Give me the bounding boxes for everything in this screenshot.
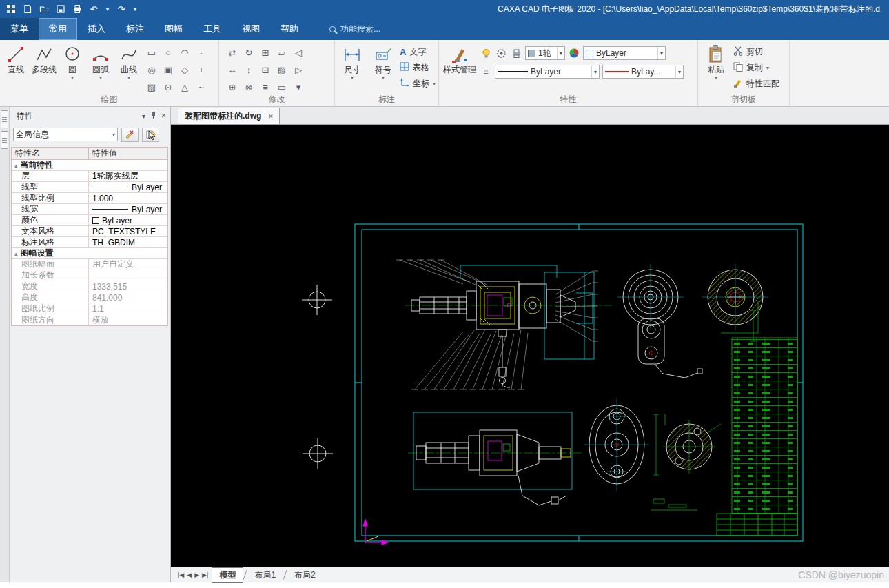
tab-menu[interactable]: 菜单: [0, 18, 39, 40]
cut-button[interactable]: 剪切: [733, 45, 779, 58]
plus-tool-icon[interactable]: +: [194, 61, 209, 79]
dimension-dropdown-icon[interactable]: ▾: [351, 75, 354, 80]
layer-settings-icon[interactable]: [495, 47, 507, 59]
arc-dropdown-icon[interactable]: ▾: [99, 75, 102, 80]
coordinate-button[interactable]: 坐标 ▾: [400, 77, 436, 90]
cad-drawing[interactable]: [171, 125, 889, 567]
undo-dropdown-icon[interactable]: ▾: [105, 3, 110, 14]
prop-row-linetype[interactable]: 线型 ByLayer: [12, 182, 167, 193]
panel-dropdown-icon[interactable]: ▾: [142, 112, 145, 120]
redo-icon[interactable]: ↷: [116, 3, 127, 14]
array-tool-icon[interactable]: ⊞: [258, 44, 273, 61]
section-row-sheet[interactable]: ▴图幅设置: [12, 248, 167, 259]
prop-row-layer[interactable]: 层 1轮廓实线层: [12, 171, 167, 182]
save-file-icon[interactable]: [55, 3, 66, 14]
tab-tools[interactable]: 工具: [193, 18, 232, 40]
collapse-icon[interactable]: ▴: [14, 162, 18, 169]
prop-row-color[interactable]: 颜色 ByLayer: [12, 215, 167, 226]
app-logo-icon[interactable]: [6, 3, 17, 14]
paste-button[interactable]: 粘贴 ▾: [701, 41, 731, 95]
polygon-tool-icon[interactable]: ◇: [177, 61, 192, 79]
copy-button[interactable]: 复制 ▾: [733, 61, 779, 74]
next-tab-button[interactable]: ▶: [194, 571, 199, 578]
point-tool-icon[interactable]: ·: [194, 44, 209, 61]
spline-dropdown-icon[interactable]: ▾: [127, 75, 130, 80]
prop-row-sheet-size[interactable]: 图纸幅面 用户自定义: [12, 259, 167, 270]
function-search[interactable]: 功能搜索...: [329, 18, 380, 40]
mirror-tool-icon[interactable]: ▱: [274, 44, 289, 61]
undo-icon[interactable]: ↶: [88, 3, 99, 14]
layer-combo-dropdown-icon[interactable]: ▾: [557, 47, 562, 59]
spline-button[interactable]: 曲线 ▾: [116, 41, 142, 95]
layer-combo[interactable]: 1轮 ▾: [525, 46, 565, 60]
tab-layout2[interactable]: 布局2: [287, 567, 323, 583]
style-manager-button[interactable]: 样式管理: [442, 41, 478, 95]
erase-tool-icon[interactable]: ⊟: [258, 61, 273, 79]
collapse-icon[interactable]: ▴: [14, 250, 18, 257]
prop-row-height[interactable]: 高度 841.000: [12, 292, 167, 303]
drawing-canvas[interactable]: [171, 125, 889, 567]
new-file-icon[interactable]: [22, 3, 33, 14]
polyline-button[interactable]: 多段线: [31, 41, 57, 95]
document-close-icon[interactable]: ×: [268, 112, 273, 121]
layer-visibility-icon[interactable]: [480, 47, 492, 59]
scope-combo[interactable]: 全局信息 ▾: [13, 128, 118, 141]
print-icon[interactable]: [72, 3, 83, 14]
document-tab[interactable]: 装配图带标注的.dwg ×: [178, 108, 280, 124]
linetype-combo[interactable]: ByLayer ▾: [495, 65, 600, 79]
palette-tab-properties[interactable]: [1, 110, 8, 128]
tab-changyong[interactable]: 常用: [39, 18, 77, 40]
tab-sheet[interactable]: 图幅: [154, 18, 193, 40]
prop-row-dimstyle[interactable]: 标注风格 TH_GBDIM: [12, 237, 167, 248]
center-circle-tool-icon[interactable]: ◎: [144, 61, 159, 79]
linetype-combo-dropdown-icon[interactable]: ▾: [591, 65, 597, 78]
move-tool-icon[interactable]: ⇄: [225, 44, 240, 61]
linetype-list-icon[interactable]: ≡: [480, 65, 492, 78]
section-row-current[interactable]: ▴当前特性: [12, 160, 167, 171]
chamfer-left-tool-icon[interactable]: ◁: [291, 44, 306, 61]
prop-row-orientation[interactable]: 图纸方向 横放: [12, 314, 167, 325]
lineweight-combo[interactable]: ByLay... ▾: [602, 65, 684, 79]
tab-help[interactable]: 帮助: [270, 18, 309, 40]
symbol-button[interactable]: 符号 ▾: [369, 41, 398, 95]
match-properties-button[interactable]: 特性匹配: [733, 77, 779, 90]
rotate-tool-icon[interactable]: ↻: [241, 44, 256, 61]
chamfer-right-tool-icon[interactable]: ▷: [291, 61, 306, 79]
circle-dropdown-icon[interactable]: ▾: [71, 75, 74, 80]
tab-view[interactable]: 视图: [232, 18, 270, 40]
toolbar-options-icon[interactable]: ▾: [132, 3, 138, 14]
paste-dropdown-icon[interactable]: ▾: [715, 75, 717, 80]
rectangle-tool-icon[interactable]: ▭: [144, 44, 159, 61]
scope-combo-dropdown-icon[interactable]: ▾: [110, 128, 115, 141]
scale-tool-icon[interactable]: ↕: [241, 61, 256, 79]
stretch-tool-icon[interactable]: ↔: [225, 61, 240, 79]
lineweight-combo-dropdown-icon[interactable]: ▾: [675, 65, 681, 78]
last-tab-button[interactable]: ▶|: [202, 571, 208, 578]
color-wheel-icon[interactable]: [568, 47, 580, 59]
fillet-tool-icon[interactable]: ▨: [274, 61, 289, 79]
tab-insert[interactable]: 插入: [77, 18, 116, 40]
open-file-icon[interactable]: [39, 3, 50, 14]
color-combo[interactable]: ByLayer ▾: [583, 46, 666, 60]
table-button[interactable]: 表格: [400, 61, 436, 74]
line-button[interactable]: 直线: [3, 41, 29, 95]
panel-close-icon[interactable]: ×: [161, 111, 166, 121]
prop-row-lengthen[interactable]: 加长系数: [12, 270, 167, 281]
prop-row-textstyle[interactable]: 文本风格 PC_TEXTSTYLE: [12, 226, 167, 237]
prop-row-width[interactable]: 宽度 1333.515: [12, 281, 167, 292]
layer-print-icon[interactable]: [510, 47, 522, 59]
prop-row-scale[interactable]: 图纸比例 1:1: [12, 303, 167, 314]
prev-tab-button[interactable]: ◀: [187, 571, 192, 578]
dimension-button[interactable]: 尺寸 ▾: [338, 41, 367, 95]
tab-annotate[interactable]: 标注: [116, 18, 154, 40]
prop-row-lineweight[interactable]: 线宽 ByLayer: [12, 204, 167, 215]
edit-properties-button[interactable]: [121, 128, 139, 142]
tab-layout1[interactable]: 布局1: [247, 567, 283, 583]
symbol-dropdown-icon[interactable]: ▾: [382, 75, 385, 80]
circle-button[interactable]: 圆 ▾: [59, 41, 85, 95]
palette-tab-sheet[interactable]: [1, 131, 8, 149]
text-button[interactable]: A 文字: [400, 45, 436, 58]
ellipse-tool-icon[interactable]: ○: [161, 44, 176, 61]
arc-button[interactable]: 圆弧 ▾: [88, 41, 114, 95]
copy-dropdown-icon[interactable]: ▾: [766, 65, 769, 70]
